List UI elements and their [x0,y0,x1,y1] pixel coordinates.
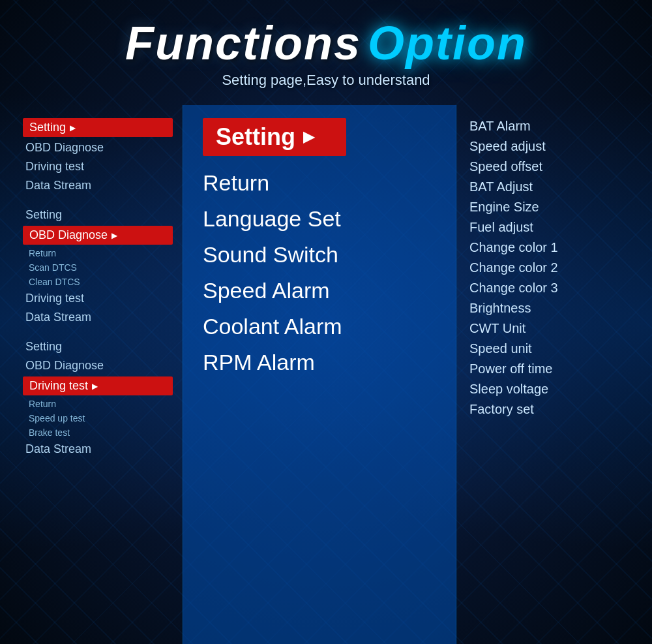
left-brake-test[interactable]: Brake test [26,427,173,438]
left-speed-up-test[interactable]: Speed up test [26,412,173,424]
spacer-1 [23,196,173,204]
right-bat-adjust[interactable]: BAT Adjust [469,179,626,195]
center-title[interactable]: Setting [203,118,346,156]
title-option: Option [368,17,527,69]
left-panel: Setting OBD Diagnose Driving test Data S… [13,105,183,644]
subtitle: Setting page,Easy to understand [125,72,527,89]
left-driving-test-1[interactable]: Driving test [23,159,173,175]
page-title: FunctionsOption [125,20,527,67]
left-obd-diagnose-3[interactable]: OBD Diagnose [23,358,173,374]
right-panel: BAT Alarm Speed adjust Speed offset BAT … [456,105,639,644]
center-coolant-alarm[interactable]: Coolant Alarm [203,311,436,342]
left-return-2[interactable]: Return [26,247,173,259]
left-driving-test-3-active[interactable]: Driving test [23,376,173,395]
right-cwt-unit[interactable]: CWT Unit [469,320,626,337]
spacer-2 [23,328,173,336]
center-language-set[interactable]: Language Set [203,204,436,234]
left-setting-1-active[interactable]: Setting [23,118,173,137]
left-return-3[interactable]: Return [26,398,173,410]
center-return[interactable]: Return [203,168,436,198]
right-change-color-2[interactable]: Change color 2 [469,260,626,276]
right-power-off-time[interactable]: Power off time [469,361,626,377]
right-brightness[interactable]: Brightness [469,300,626,316]
center-speed-alarm[interactable]: Speed Alarm [203,275,436,306]
center-panel: Setting Return Language Set Sound Switch… [183,105,456,644]
right-change-color-3[interactable]: Change color 3 [469,280,626,296]
header: FunctionsOption Setting page,Easy to und… [125,0,527,99]
left-data-stream-1[interactable]: Data Stream [23,177,173,194]
center-sound-switch[interactable]: Sound Switch [203,239,436,270]
left-obd-diagnose-2-active[interactable]: OBD Diagnose [23,226,173,245]
left-setting-2[interactable]: Setting [23,207,173,223]
right-speed-unit[interactable]: Speed unit [469,341,626,357]
left-clean-dtcs[interactable]: Clean DTCS [26,276,173,288]
right-fuel-adjust[interactable]: Fuel adjust [469,219,626,236]
left-setting-3[interactable]: Setting [23,339,173,355]
right-change-color-1[interactable]: Change color 1 [469,239,626,256]
left-scan-dtcs[interactable]: Scan DTCS [26,262,173,273]
right-bat-alarm[interactable]: BAT Alarm [469,118,626,134]
right-engine-size[interactable]: Engine Size [469,199,626,215]
right-sleep-voltage[interactable]: Sleep voltage [469,381,626,397]
panels-container: Setting OBD Diagnose Driving test Data S… [0,105,652,644]
center-rpm-alarm[interactable]: RPM Alarm [203,347,436,378]
right-speed-adjust[interactable]: Speed adjust [469,138,626,155]
title-functions: Functions [125,17,361,69]
right-speed-offset[interactable]: Speed offset [469,159,626,175]
left-driving-test-2[interactable]: Driving test [23,290,173,307]
left-data-stream-3[interactable]: Data Stream [23,441,173,457]
right-factory-set[interactable]: Factory set [469,401,626,418]
left-obd-diagnose-1[interactable]: OBD Diagnose [23,140,173,156]
left-data-stream-2[interactable]: Data Stream [23,309,173,326]
